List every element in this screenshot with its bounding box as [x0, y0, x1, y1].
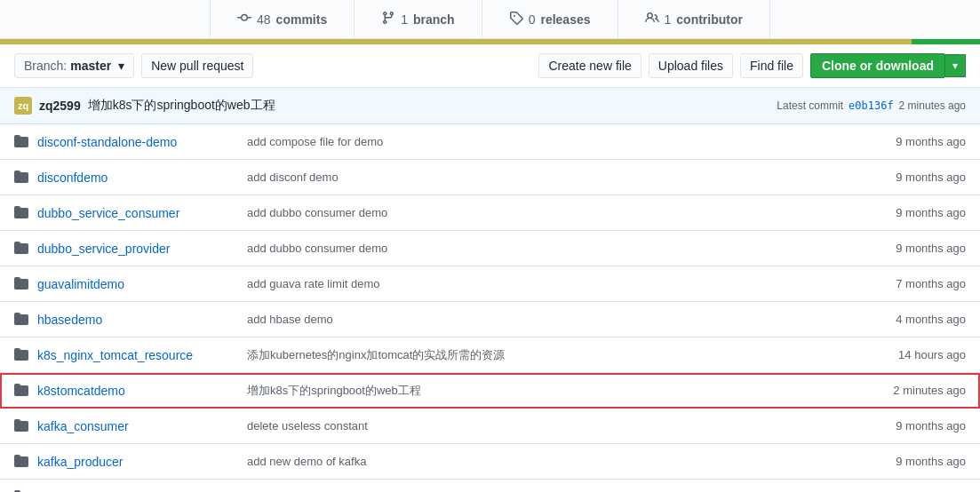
progress-fill-green	[912, 39, 980, 44]
file-commit-message: 添加kubernetes的nginx加tomcat的实战所需的资源	[233, 347, 859, 363]
file-name[interactable]: kafka_producer	[37, 455, 233, 469]
table-row: disconfdemo add disconf demo 9 months ag…	[0, 160, 980, 195]
file-time: 2 minutes ago	[859, 384, 966, 397]
file-name[interactable]: disconf-standalone-demo	[37, 135, 233, 149]
file-commit-message: add dubbo consumer demo	[233, 206, 859, 219]
latest-commit-label: Latest commit	[777, 99, 843, 112]
file-name[interactable]: guavalimitdemo	[37, 277, 233, 291]
folder-icon	[14, 170, 30, 186]
file-name[interactable]: k8stomcatdemo	[37, 384, 233, 398]
clone-main-button[interactable]: Clone or download	[810, 53, 944, 78]
branch-label: Branch:	[24, 59, 67, 73]
releases-icon	[509, 11, 523, 28]
file-commit-message: add dubbo consumer demo	[233, 242, 859, 255]
branch-name: master	[70, 59, 111, 73]
file-name[interactable]: disconfdemo	[37, 171, 233, 185]
commit-info-left: zq zq2599 增加k8s下的springboot的web工程	[14, 97, 777, 115]
file-commit-message: 增加k8s下的springboot的web工程	[233, 383, 859, 399]
folder-icon	[14, 418, 30, 434]
file-time: 4 months ago	[859, 313, 966, 326]
folder-icon	[14, 134, 30, 150]
commits-stat[interactable]: 48 commits	[210, 0, 355, 38]
create-new-file-button[interactable]: Create new file	[538, 53, 641, 78]
table-row: dubbo_service_consumer add dubbo consume…	[0, 195, 980, 231]
folder-icon	[14, 489, 30, 493]
new-pull-request-button[interactable]: New pull request	[141, 53, 253, 78]
folder-icon	[14, 454, 30, 470]
table-row: hbasedemo add hbase demo 4 months ago	[0, 302, 980, 337]
branch-selector[interactable]: Branch: master ▾	[14, 53, 134, 78]
file-commit-message: add new demo of kafka	[233, 455, 859, 468]
commit-author[interactable]: zq2599	[39, 99, 81, 113]
releases-label[interactable]: releases	[540, 12, 590, 27]
file-time: 9 months ago	[859, 206, 966, 219]
commits-count: 48	[257, 12, 271, 27]
table-row: kafka_consumer delete useless constant 9…	[0, 409, 980, 444]
file-time: 7 months ago	[859, 277, 966, 290]
branch-label[interactable]: branch	[413, 12, 455, 27]
commit-info-row: zq zq2599 增加k8s下的springboot的web工程 Latest…	[0, 88, 980, 124]
file-commit-message: delete useless constant	[233, 419, 859, 432]
commits-icon	[237, 11, 251, 28]
table-row: dubbo_service_provider add dubbo consume…	[0, 231, 980, 266]
branch-count: 1	[401, 12, 408, 27]
table-row: kafka_producer add new demo of kafka 9 m…	[0, 444, 980, 480]
toolbar: Branch: master ▾ New pull request Create…	[0, 44, 980, 88]
file-time: 14 hours ago	[859, 348, 966, 361]
commit-info-right: Latest commit e0b136f 2 minutes ago	[777, 99, 966, 112]
commits-label[interactable]: commits	[276, 12, 328, 27]
stats-bar: 48 commits 1 branch 0 releases 1 contrib…	[0, 0, 980, 39]
toolbar-right: Create new file Upload files Find file C…	[538, 53, 966, 78]
file-time: 9 months ago	[859, 419, 966, 432]
contributors-icon	[645, 11, 659, 28]
contributors-count: 1	[665, 12, 672, 27]
file-commit-message: add hbase demo	[233, 313, 859, 326]
file-list: disconf-standalone-demo add compose file…	[0, 124, 980, 492]
chevron-down-icon: ▾	[118, 59, 124, 73]
progress-fill-yellow	[0, 39, 912, 44]
table-row: disconf-standalone-demo add compose file…	[0, 124, 980, 160]
avatar: zq	[14, 97, 32, 115]
file-name[interactable]: dubbo_service_provider	[37, 242, 233, 256]
file-commit-message: add compose file for demo	[233, 135, 859, 148]
file-name[interactable]: hbasedemo	[37, 313, 233, 327]
commit-message: 增加k8s下的springboot的web工程	[88, 98, 275, 114]
releases-count: 0	[529, 12, 536, 27]
branch-icon	[381, 11, 395, 28]
folder-icon	[14, 205, 30, 221]
releases-stat[interactable]: 0 releases	[482, 0, 618, 38]
folder-icon	[14, 241, 30, 257]
clone-or-download-button[interactable]: Clone or download ▾	[810, 53, 966, 78]
branch-stat[interactable]: 1 branch	[355, 0, 482, 38]
file-commit-message: add disconf demo	[233, 171, 859, 184]
folder-icon	[14, 312, 30, 328]
file-commit-message: add guava rate limit demo	[233, 277, 859, 290]
table-row: k8stomcatdemo 增加k8s下的springboot的web工程 2 …	[0, 373, 980, 409]
file-time: 9 months ago	[859, 455, 966, 468]
folder-icon	[14, 383, 30, 399]
table-row: k8s_nginx_tomcat_resource 添加kubernetes的n…	[0, 337, 980, 373]
table-row: kafkaclusterconsumerdemo fix bug 3 month…	[0, 480, 980, 492]
file-name[interactable]: kafka_consumer	[37, 419, 233, 433]
table-row: guavalimitdemo add guava rate limit demo…	[0, 266, 980, 302]
file-time: 9 months ago	[859, 135, 966, 148]
folder-icon	[14, 276, 30, 292]
contributors-stat[interactable]: 1 contributor	[618, 0, 770, 38]
commit-hash[interactable]: e0b136f	[849, 99, 894, 112]
contributors-label[interactable]: contributor	[676, 12, 743, 27]
file-time: 9 months ago	[859, 171, 966, 184]
file-time: 9 months ago	[859, 242, 966, 255]
find-file-button[interactable]: Find file	[740, 53, 803, 78]
commit-time: 2 minutes ago	[899, 99, 966, 112]
folder-icon	[14, 347, 30, 363]
upload-files-button[interactable]: Upload files	[649, 53, 733, 78]
file-name[interactable]: k8s_nginx_tomcat_resource	[37, 348, 233, 362]
clone-dropdown-arrow[interactable]: ▾	[944, 54, 966, 77]
progress-bar	[0, 39, 980, 44]
file-name[interactable]: dubbo_service_consumer	[37, 206, 233, 220]
